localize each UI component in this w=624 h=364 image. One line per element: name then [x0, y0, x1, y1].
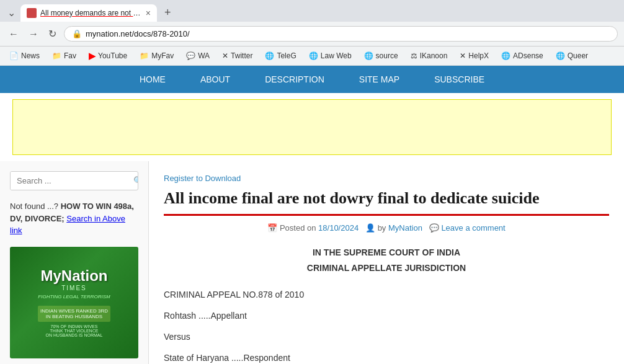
address-bar[interactable]: 🔒 mynation.net/docs/878-2010/	[64, 26, 618, 42]
bookmark-label-source: source	[376, 51, 398, 60]
register-link[interactable]: Register to Download	[164, 174, 609, 183]
browser-chrome: ⌄ All money demands are not do... × + ← …	[0, 0, 624, 66]
twitter-icon: ✕	[222, 51, 228, 60]
bookmark-fav[interactable]: 📁 Fav	[48, 50, 81, 62]
tab-bar: ⌄ All money demands are not do... × +	[0, 0, 624, 22]
court-line2: CRIMINAL APPELLATE JURISDICTION	[164, 260, 609, 276]
bookmark-label-wa: WA	[198, 51, 210, 60]
bookmark-label-youtube: YouTube	[98, 51, 127, 60]
bookmark-label-news: News	[21, 51, 40, 60]
versus: Versus	[164, 328, 609, 345]
bookmark-lawweb[interactable]: 🌐 Law Web	[305, 50, 356, 62]
address-text: mynation.net/docs/878-2010/	[86, 29, 610, 38]
bookmark-icon-helpx: ✕	[460, 51, 466, 60]
post-meta: 📅 Posted on 18/10/2024 👤 by MyNation 💬 L…	[164, 223, 609, 233]
tab-title: All money demands are not do...	[40, 9, 142, 17]
bookmark-icon-adsense: 🌐	[501, 51, 510, 60]
ad-banner	[12, 99, 612, 155]
bookmark-label-adsense: ADsense	[513, 51, 543, 60]
article-title: All income final are not dowry final to …	[164, 188, 609, 216]
bookmark-news[interactable]: 📄 News	[5, 50, 44, 62]
not-found-label: Not found ...?	[10, 202, 58, 211]
bookmarks-bar: 📄 News 📁 Fav ▶ YouTube 📁 MyFav 💬 WA ✕ Tw…	[0, 47, 624, 66]
person-icon: 👤	[365, 223, 375, 233]
posted-on-label: Posted on	[280, 223, 316, 233]
bookmark-teleg[interactable]: 🌐 TeleG	[261, 50, 300, 62]
main-content: Register to Download All income final ar…	[149, 161, 624, 364]
search-box[interactable]: 🔍	[10, 171, 138, 190]
new-tab-button[interactable]: +	[159, 4, 176, 22]
bookmark-icon-fav: 📁	[52, 51, 61, 60]
nav-home[interactable]: HOME	[122, 66, 183, 93]
bookmark-icon-queer: 🌐	[556, 51, 565, 60]
bookmark-helpx[interactable]: ✕ HelpX	[455, 50, 493, 62]
bookmark-label-lawweb: Law Web	[321, 51, 352, 60]
magazine-subtitle: TIMES	[61, 285, 87, 291]
bookmark-source[interactable]: 🌐 source	[360, 50, 403, 62]
bookmark-label-fav: Fav	[64, 51, 76, 60]
nav-about[interactable]: ABOUT	[183, 66, 247, 93]
bookmark-icon-source: 🌐	[364, 51, 373, 60]
magazine-title: MyNation	[41, 267, 108, 285]
back-button[interactable]: ←	[6, 26, 21, 42]
tab-favicon	[27, 8, 37, 18]
main-layout: 🔍 Not found ...? HOW TO WIN 498a, DV, DI…	[0, 161, 624, 364]
by-label: by	[378, 223, 386, 233]
bookmark-ikanoon[interactable]: ⚖ IKanoon	[406, 50, 452, 62]
youtube-icon: ▶	[89, 51, 96, 61]
nav-subscribe[interactable]: SUBSCRIBE	[417, 66, 502, 93]
bookmark-icon-lawweb: 🌐	[309, 51, 318, 60]
appellant: Rohtash .....Appellant	[164, 307, 609, 324]
case-number: CRIMINAL APPEAL NO.878 of 2010	[164, 286, 609, 303]
not-found-section: Not found ...? HOW TO WIN 498a, DV, DIVO…	[10, 200, 138, 237]
case-body: CRIMINAL APPEAL NO.878 of 2010 Rohtash .…	[164, 286, 609, 364]
bookmark-icon-news: 📄	[9, 51, 19, 60]
tab-group-button[interactable]: ⌄	[5, 4, 18, 21]
bookmark-wa[interactable]: 💬 WA	[182, 50, 214, 62]
bookmark-icon-myfav: 📁	[140, 51, 149, 60]
court-line1: IN THE SUPREME COURT OF INDIA	[164, 245, 609, 260]
nav-bar: ← → ↻ 🔒 mynation.net/docs/878-2010/	[0, 22, 624, 47]
forward-button[interactable]: →	[26, 26, 41, 42]
court-info: IN THE SUPREME COURT OF INDIA CRIMINAL A…	[164, 245, 609, 276]
respondent: State of Haryana .....Respondent	[164, 349, 609, 364]
search-input[interactable]	[11, 172, 127, 190]
bookmark-label-helpx: HelpX	[468, 51, 489, 60]
bookmark-label-myfav: MyFav	[151, 51, 174, 60]
bookmark-icon-ikanoon: ⚖	[411, 51, 417, 60]
site-navigation: HOME ABOUT DESCRIPTION SITE MAP SUBSCRIB…	[0, 66, 624, 93]
bookmark-youtube[interactable]: ▶ YouTube	[84, 49, 131, 63]
nav-sitemap[interactable]: SITE MAP	[342, 66, 417, 93]
tab-close-button[interactable]: ×	[146, 8, 151, 18]
calendar-icon: 📅	[267, 223, 277, 233]
magazine-content: INDIAN WIVES RANKED 3RDIN BEATING HUSBAN…	[38, 306, 110, 337]
magazine-cover: MyNation TIMES FIGHTING LEGAL TERRORISM …	[10, 247, 138, 358]
bookmark-label-teleg: TeleG	[277, 51, 296, 60]
comment-link[interactable]: Leave a comment	[441, 223, 505, 233]
sidebar: 🔍 Not found ...? HOW TO WIN 498a, DV, DI…	[0, 161, 149, 364]
refresh-button[interactable]: ↻	[46, 25, 59, 42]
bookmark-label-queer: Queer	[568, 51, 588, 60]
bookmark-myfav[interactable]: 📁 MyFav	[135, 50, 178, 62]
bookmark-twitter[interactable]: ✕ Twitter	[218, 50, 257, 62]
bookmark-label-ikanoon: IKanoon	[420, 51, 448, 60]
bookmark-label-twitter: Twitter	[231, 51, 252, 60]
page-wrapper: HOME ABOUT DESCRIPTION SITE MAP SUBSCRIB…	[0, 66, 624, 364]
bookmark-adsense[interactable]: 🌐 ADsense	[497, 50, 548, 62]
bookmark-icon-wa: 💬	[186, 51, 195, 60]
lock-icon: 🔒	[72, 29, 82, 38]
comment-icon: 💬	[429, 223, 439, 233]
bookmark-queer[interactable]: 🌐 Queer	[551, 50, 592, 62]
active-tab[interactable]: All money demands are not do... ×	[20, 4, 157, 22]
nav-description[interactable]: DESCRIPTION	[247, 66, 342, 93]
telegram-icon: 🌐	[265, 51, 274, 60]
author-link[interactable]: MyNation	[388, 223, 422, 233]
magazine-tagline: FIGHTING LEGAL TERRORISM	[38, 294, 110, 300]
search-button[interactable]: 🔍	[127, 172, 138, 190]
post-date[interactable]: 18/10/2024	[318, 223, 359, 233]
